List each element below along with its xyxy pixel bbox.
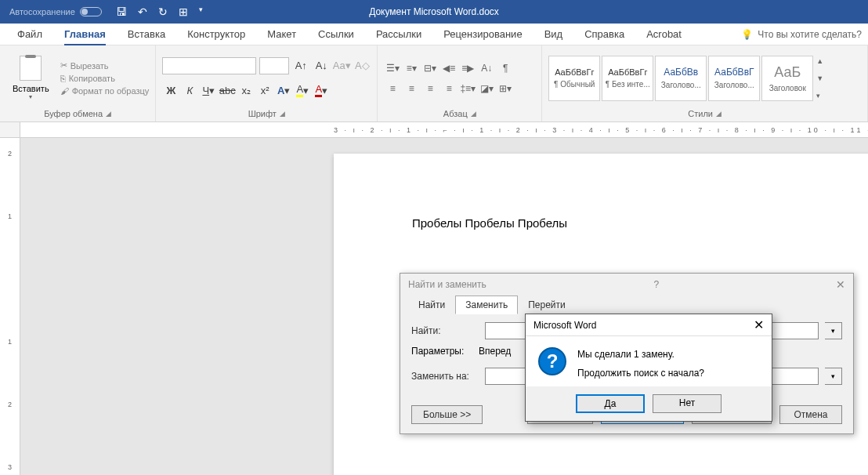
style-title[interactable]: АаБЗаголовок [761,56,813,101]
styles-up-icon[interactable]: ▲ [816,57,823,65]
replace-dropdown-icon[interactable]: ▾ [825,368,842,385]
ruler-vertical[interactable]: 2 1 1 2 3 [0,138,20,475]
style-heading2[interactable]: АаБбВвГЗаголово... [708,56,760,101]
dialog-tab-replace[interactable]: Заменить [455,296,518,314]
ruler-mark [0,263,20,295]
ruler-mark [0,169,20,201]
style-preview: АаБбВвГг [555,67,594,77]
sort-button[interactable]: A↓ [478,60,495,77]
tab-home[interactable]: Главная [53,24,117,45]
superscript-button[interactable]: x² [256,82,273,100]
redo-icon[interactable]: ↻ [158,5,168,18]
yes-button[interactable]: Да [576,394,645,413]
find-dropdown-icon[interactable]: ▾ [825,322,842,339]
underline-button[interactable]: Ч▾ [200,82,217,100]
ruler-marks: 3 · ı · 2 · ı · 1 · ı · ⌐ · ı · 1 · ı · … [334,126,868,134]
cut-button[interactable]: ✂Вырезать [60,60,150,71]
format-painter-button[interactable]: 🖌Формат по образцу [60,86,150,96]
shading-button[interactable]: ◪▾ [478,80,495,97]
font-name-select[interactable] [162,57,256,74]
more-button[interactable]: Больше >> [411,405,483,424]
strike-button[interactable]: abc [219,82,236,100]
align-center-button[interactable]: ≡ [403,80,420,97]
font-size-select[interactable] [259,57,289,74]
clear-format-button[interactable]: A◇ [353,57,371,74]
style-normal[interactable]: АаБбВвГг¶ Обычный [548,56,600,101]
copy-button[interactable]: ⎘Копировать [60,74,150,83]
brush-icon: 🖌 [60,86,69,96]
tab-insert[interactable]: Вставка [117,24,176,45]
show-marks-button[interactable]: ¶ [497,60,514,77]
style-name: Заголовок [769,84,806,92]
tab-acrobat[interactable]: Acrobat [635,24,693,45]
dialog-tab-find[interactable]: Найти [408,296,455,314]
numbering-button[interactable]: ≡▾ [403,60,420,77]
bullets-button[interactable]: ☰▾ [384,60,401,77]
bold-button[interactable]: Ж [162,82,179,100]
close-icon[interactable]: ✕ [836,278,845,291]
tab-design[interactable]: Конструктор [176,24,256,45]
align-left-button[interactable]: ≡ [384,80,401,97]
style-preview: АаБ [774,64,801,81]
dialog-tab-goto[interactable]: Перейти [518,296,576,314]
tab-file[interactable]: Файл [6,24,53,45]
font-launcher-icon[interactable]: ◢ [280,110,285,118]
style-name: Заголово... [714,81,754,89]
tab-mailings[interactable]: Рассылки [365,24,432,45]
tab-help[interactable]: Справка [573,24,635,45]
justify-button[interactable]: ≡ [440,80,458,97]
grow-font-button[interactable]: A↑ [292,57,309,74]
borders-button[interactable]: ⊞▾ [497,80,514,97]
ruler-mark: 3 [0,451,20,475]
change-case-button[interactable]: Aa▾ [333,57,350,74]
style-heading1[interactable]: АаБбВвЗаголово... [655,56,707,101]
msgbox-close-icon[interactable]: ✕ [754,317,764,332]
style-name: ¶ Без инте... [606,80,650,89]
tab-references[interactable]: Ссылки [307,24,365,45]
clipboard-launcher-icon[interactable]: ◢ [106,110,111,118]
no-button[interactable]: Нет [653,394,722,413]
subscript-button[interactable]: x₂ [237,82,255,100]
undo-icon[interactable]: ↶ [138,5,147,18]
decrease-indent-button[interactable]: ◀≡ [440,60,458,77]
tab-layout[interactable]: Макет [256,24,307,45]
paragraph-group-label: Абзац [443,109,468,118]
group-clipboard: Вставить ▾ ✂Вырезать ⎘Копировать 🖌Формат… [0,45,156,121]
touch-mode-icon[interactable]: ⊞ [179,5,188,18]
qat-dropdown-icon[interactable]: ▾ [199,5,203,18]
tab-review[interactable]: Рецензирование [432,24,533,45]
tell-me-label: Что вы хотите сделать? [758,29,862,40]
align-right-button[interactable]: ≡ [421,80,439,97]
scissors-icon: ✂ [60,60,67,71]
paste-button[interactable]: Вставить ▾ [6,49,56,107]
line-spacing-button[interactable]: ‡≡▾ [459,80,476,97]
increase-indent-button[interactable]: ≡▶ [459,60,476,77]
help-icon[interactable]: ? [654,279,660,290]
cancel-button[interactable]: Отмена [779,405,842,424]
style-no-spacing[interactable]: АаБбВвГг¶ Без инте... [602,56,653,101]
styles-down-icon[interactable]: ▼ [816,74,823,82]
toggle-switch[interactable] [80,7,102,16]
document-text[interactable]: Пробелы Пробелы Пробелы [412,216,804,230]
group-paragraph: ☰▾ ≡▾ ⊟▾ ◀≡ ≡▶ A↓ ¶ ≡ ≡ ≡ ≡ ‡≡▾ ◪▾ ⊞▾ Аб… [378,45,542,121]
save-icon[interactable]: 🖫 [116,5,127,18]
shrink-font-button[interactable]: A↓ [313,57,330,74]
cut-label: Вырезать [71,61,109,71]
tab-label: Перейти [528,299,566,310]
italic-button[interactable]: К [181,82,198,100]
ruler-horizontal[interactable]: 3 · ı · 2 · ı · 1 · ı · ⌐ · ı · 1 · ı · … [20,122,868,138]
ruler-mark [0,232,20,263]
font-color-button[interactable]: A▾ [313,82,330,100]
styles-more-icon[interactable]: ▾ [816,92,823,100]
text-effects-button[interactable]: A▾ [275,82,292,100]
document-title: Документ Microsoft Word.docx [369,6,499,17]
styles-launcher-icon[interactable]: ◢ [716,110,722,118]
tab-view[interactable]: Вид [533,24,574,45]
multilevel-button[interactable]: ⊟▾ [421,60,439,77]
lightbulb-icon: 💡 [741,29,753,40]
paragraph-launcher-icon[interactable]: ◢ [471,110,476,118]
autosave-toggle[interactable]: Автосохранение [9,7,102,16]
highlight-button[interactable]: A▾ [294,82,311,100]
style-preview: АаБбВвГг [608,67,647,77]
tell-me-search[interactable]: 💡 Что вы хотите сделать? [741,29,862,40]
